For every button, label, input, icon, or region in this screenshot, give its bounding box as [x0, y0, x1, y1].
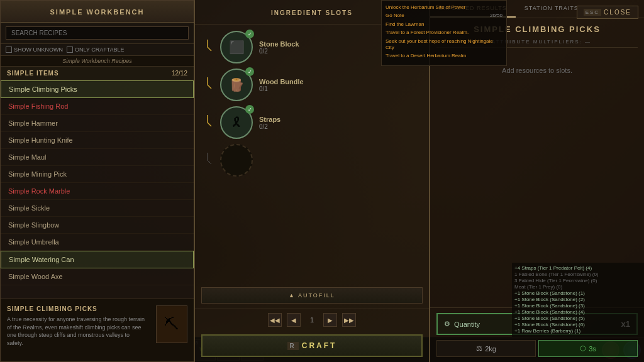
craft-stats: ⚖ 2kg ⬡ 3s: [430, 340, 644, 362]
recipe-item[interactable]: Simple Watering Can: [1, 251, 194, 268]
time-icon: ⬡: [580, 344, 586, 353]
workbench-title-text: SIMPLE WORKBENCH: [50, 8, 145, 16]
ui-container: SIMPLE WORKBENCH SHOW UNKNOWN ONLY CRAFT…: [0, 0, 644, 362]
recipe-item[interactable]: Simple Sickle: [1, 200, 194, 217]
resource-line: +1 Raw Berries (Barberry) (1): [514, 328, 641, 334]
quest-panel: Unlock the Herbarium Site of Power20/50G…: [381, 0, 507, 66]
result-placeholder: Add resources to slots.: [436, 67, 638, 74]
search-input[interactable]: [6, 26, 189, 40]
recipe-item[interactable]: Simple Umbrella: [1, 234, 194, 251]
slot-info-2: Wood Bundle 0/1: [259, 78, 423, 92]
slot-circle-3[interactable]: ✓ 🎗: [220, 106, 253, 139]
craft-label: CRAFT: [302, 341, 337, 350]
filter-row: SHOW UNKNOWN ONLY CRAFTABLE: [1, 44, 194, 56]
recipe-item[interactable]: Simple Wood Axe: [1, 268, 194, 285]
autofill-button[interactable]: ▲ AUTOFILL: [201, 287, 423, 304]
show-unknown-filter[interactable]: SHOW UNKNOWN: [6, 47, 63, 53]
close-label: CLOSE: [604, 9, 631, 16]
left-panel: SIMPLE WORKBENCH SHOW UNKNOWN ONLY CRAFT…: [0, 0, 195, 362]
recipe-item[interactable]: Simple Fishing Rod: [1, 98, 194, 115]
nav-controls: ◀◀ ◀ 1 ▶ ▶▶: [195, 309, 429, 331]
quest-item: Travel to a Forest Provisioner Realm.: [386, 30, 502, 36]
nav-next-button[interactable]: ▶: [323, 313, 337, 327]
recipes-subtitle: Simple Workbench Recipes: [1, 56, 194, 67]
resource-line: 1 Fabled Bone (Tier 1 Feorrswine) (0): [514, 272, 641, 277]
only-craftable-filter[interactable]: ONLY CRAFTABLE: [67, 47, 125, 53]
quantity-icon: ⚙: [444, 320, 450, 328]
slot-connector-2: [201, 75, 214, 94]
slot-qty-3: 0/2: [259, 123, 423, 130]
quest-item: Travel to a Desert Herbarium Realm: [386, 53, 502, 59]
resource-line: +1 Stone Block (Sandstone) (4): [514, 309, 641, 315]
resource-line: +4 Straps (Tier 1 Predator Pelt) (4): [514, 265, 641, 271]
resource-line: +1 Stone Block (Sandstone) (2): [514, 297, 641, 302]
esc-key-label: ESC: [584, 9, 601, 16]
quest-item: Seek out your best hope of reaching Nigh…: [386, 38, 502, 52]
slot-circle-4[interactable]: [220, 144, 253, 177]
show-unknown-checkbox[interactable]: [6, 47, 12, 53]
workbench-title: SIMPLE WORKBENCH: [1, 1, 194, 23]
resource-line: +1 Stone Block (Sandstone) (1): [514, 290, 641, 296]
resource-list: +4 Straps (Tier 1 Predator Pelt) (4)1 Fa…: [512, 263, 644, 337]
search-bar: [1, 23, 194, 44]
slot-check-1: ✓: [245, 30, 254, 38]
quantity-label: Quantity: [454, 321, 480, 328]
weight-icon: ⚖: [476, 344, 482, 353]
only-craftable-checkbox[interactable]: [67, 47, 73, 53]
resource-line: +1 Stone Block (Sandstone) (3): [514, 303, 641, 309]
time-stat: ⬡ 3s: [538, 340, 638, 357]
recipe-item[interactable]: Simple Slingbow: [1, 217, 194, 234]
nav-display: 1: [306, 316, 318, 324]
nav-first-button[interactable]: ◀◀: [268, 313, 282, 327]
craft-button[interactable]: R CRAFT: [201, 334, 423, 357]
nav-last-button[interactable]: ▶▶: [342, 313, 356, 327]
slot-info-3: Straps 0/2: [259, 116, 423, 130]
quest-item: Find the Lawman: [386, 21, 502, 28]
resource-line: +1 Stone Block (Sandstone) (5): [514, 315, 641, 321]
quest-list: Unlock the Herbarium Site of Power20/50G…: [386, 4, 502, 60]
slot-connector-3: [201, 113, 214, 132]
section-header: SIMPLE ITEMS 12/12: [1, 67, 194, 80]
ingredient-slot-3: ✓ 🎗 Straps 0/2: [201, 106, 423, 139]
resource-line: Meat (Tier 1 Prey) (0): [514, 284, 641, 290]
recipe-item[interactable]: Simple Maul: [1, 149, 194, 166]
weight-stat: ⚖ 2kg: [436, 340, 536, 357]
time-value: 3s: [589, 345, 596, 353]
slot-name-2: Wood Bundle: [259, 78, 423, 85]
section-count: 12/12: [172, 70, 187, 77]
resource-line: +1 Stone Block (Sandstone) (6): [514, 322, 641, 327]
slot-name-3: Straps: [259, 116, 423, 123]
item-desc-image: ⛏: [156, 305, 187, 343]
recipe-item[interactable]: Simple Hunting Knife: [1, 132, 194, 149]
slot-connector-4: [201, 151, 214, 170]
recipe-item[interactable]: Simple Climbing Picks: [1, 80, 194, 98]
ingredient-slot-2: ✓ 🪵 Wood Bundle 0/1: [201, 69, 423, 101]
slot-qty-2: 0/1: [259, 85, 423, 92]
slot-check-3: ✓: [245, 105, 254, 114]
slot-connector-1: [201, 38, 214, 57]
slot-circle-2[interactable]: ✓ 🪵: [220, 69, 253, 101]
slot-check-2: ✓: [245, 67, 254, 76]
quest-item: 20/50Go Note: [386, 13, 502, 19]
quantity-left: ⚙ Quantity: [444, 320, 480, 328]
item-desc-title: SIMPLE CLIMBING PICKS: [7, 305, 147, 312]
weight-value: 2kg: [485, 345, 496, 353]
item-desc-text: A true necessity for anyone traversing t…: [7, 315, 147, 347]
quest-item: Unlock the Herbarium Site of Power: [386, 4, 502, 11]
slot-circle-1[interactable]: ✓ ⬛: [220, 31, 253, 63]
item-description: SIMPLE CLIMBING PICKS A true necessity f…: [1, 299, 194, 361]
recipe-item[interactable]: Simple Rock Marble: [1, 183, 194, 200]
recipe-list: Simple Climbing PicksSimple Fishing RodS…: [1, 80, 194, 299]
ingredient-slot-4: [201, 144, 423, 177]
resource-line: 3 Fabled Hide (Tier 1 Feorrswine) (0): [514, 278, 641, 283]
section-title: SIMPLE ITEMS: [7, 70, 59, 77]
nav-prev-button[interactable]: ◀: [287, 313, 301, 327]
recipe-item[interactable]: Simple Hammer: [1, 115, 194, 132]
craft-key: R: [287, 342, 299, 350]
recipe-item[interactable]: Simple Mining Pick: [1, 166, 194, 183]
close-button[interactable]: ESC CLOSE: [577, 6, 638, 19]
